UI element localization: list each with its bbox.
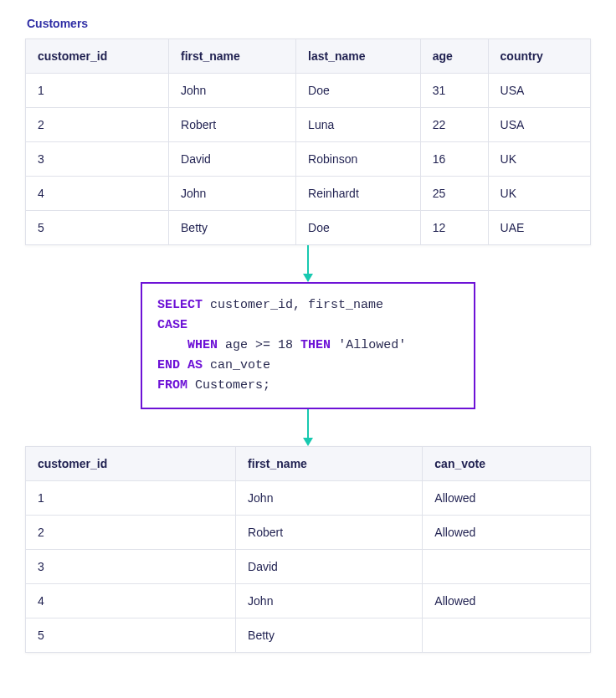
table-row: 3David [26,550,591,584]
table-cell: 4 [26,177,169,211]
table-cell: USA [488,108,590,142]
column-header: customer_id [26,39,169,74]
column-header: first_name [236,447,423,481]
source-table: customer_idfirst_namelast_nameagecountry… [25,38,591,245]
table-cell: Robert [236,516,423,550]
column-header: country [488,39,590,74]
result-table: customer_idfirst_namecan_vote 1JohnAllow… [25,446,591,653]
table-row: 4JohnAllowed [26,584,591,618]
table-cell: Robert [169,108,296,142]
table-cell: 1 [26,481,236,516]
table-cell: John [236,584,423,618]
table-cell: Luna [296,108,421,142]
table-cell: USA [488,74,590,108]
column-header: age [420,39,488,74]
table-row: 1JohnAllowed [26,481,591,516]
table-row: 1JohnDoe31USA [26,74,591,108]
sql-code-block: SELECT customer_id, first_nameCASE WHEN … [141,282,475,409]
table-cell: Allowed [423,584,591,618]
table-cell: Doe [296,74,421,108]
table-cell: 5 [26,211,169,245]
column-header: last_name [296,39,421,74]
table-cell: 3 [26,142,169,177]
table-cell: 25 [420,177,488,211]
table-cell: Allowed [423,516,591,550]
table-cell: Reinhardt [296,177,421,211]
table-cell: 22 [420,108,488,142]
table-cell: 31 [420,74,488,108]
table-cell: 16 [420,142,488,177]
table-cell: 1 [26,74,169,108]
table-cell: David [236,550,423,584]
table-row: 3DavidRobinson16UK [26,142,591,177]
table-cell: 2 [26,108,169,142]
source-table-title: Customers [27,17,591,30]
table-cell: John [169,177,296,211]
column-header: first_name [169,39,296,74]
arrow-down-icon [25,409,591,446]
table-cell: UK [488,177,590,211]
table-cell: 12 [420,211,488,245]
table-cell: 5 [26,618,236,653]
table-cell: Allowed [423,481,591,516]
table-cell: 4 [26,584,236,618]
table-row: 2RobertLuna22USA [26,108,591,142]
arrow-down-icon [25,245,591,282]
table-cell: John [169,74,296,108]
table-cell: Betty [169,211,296,245]
table-cell: 3 [26,550,236,584]
column-header: customer_id [26,447,236,481]
table-cell [423,550,591,584]
svg-marker-3 [303,438,313,446]
table-cell: Doe [296,211,421,245]
svg-marker-1 [303,274,313,282]
table-row: 2RobertAllowed [26,516,591,550]
table-cell: John [236,481,423,516]
table-cell: 2 [26,516,236,550]
table-cell: UK [488,142,590,177]
table-cell: UAE [488,211,590,245]
table-cell: Robinson [296,142,421,177]
table-row: 4JohnReinhardt25UK [26,177,591,211]
table-cell: David [169,142,296,177]
table-row: 5BettyDoe12UAE [26,211,591,245]
table-cell [423,618,591,653]
column-header: can_vote [423,447,591,481]
table-cell: Betty [236,618,423,653]
table-row: 5Betty [26,618,591,653]
